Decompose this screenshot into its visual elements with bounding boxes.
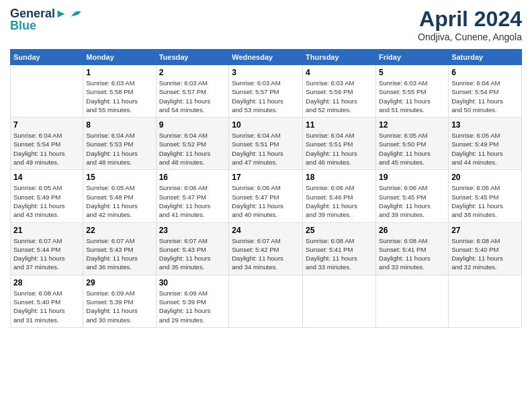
calendar-cell: 10Sunrise: 6:04 AMSunset: 5:51 PMDayligh… [229,118,303,170]
day-number: 18 [306,173,373,182]
day-info: Sunrise: 6:03 AMSunset: 5:55 PMDaylight:… [379,79,445,114]
header-row: Sunday Monday Tuesday Wednesday Thursday… [11,50,522,65]
calendar-cell: 18Sunrise: 6:06 AMSunset: 5:46 PMDayligh… [303,170,376,222]
header: General► Blue April 2024 Ondjiva, Cunene… [10,7,522,42]
day-info: Sunrise: 6:05 AMSunset: 5:48 PMDaylight:… [86,183,152,219]
day-number: 3 [232,68,300,77]
calendar-cell: 7Sunrise: 6:04 AMSunset: 5:54 PMDaylight… [11,118,83,170]
day-info: Sunrise: 6:04 AMSunset: 5:51 PMDaylight:… [232,131,300,167]
calendar-cell: 15Sunrise: 6:05 AMSunset: 5:48 PMDayligh… [83,170,156,222]
day-info: Sunrise: 6:05 AMSunset: 5:49 PMDaylight:… [13,183,80,219]
month-title: April 2024 [418,7,522,32]
header-friday: Friday [376,50,449,65]
calendar-cell [449,275,522,327]
header-thursday: Thursday [303,50,376,65]
calendar-cell: 3Sunrise: 6:03 AMSunset: 5:57 PMDaylight… [229,65,303,118]
day-info: Sunrise: 6:05 AMSunset: 5:49 PMDaylight:… [451,131,519,167]
day-info: Sunrise: 6:04 AMSunset: 5:53 PMDaylight:… [86,131,152,167]
day-info: Sunrise: 6:05 AMSunset: 5:50 PMDaylight:… [379,131,445,167]
calendar-cell: 25Sunrise: 6:08 AMSunset: 5:41 PMDayligh… [303,222,376,275]
calendar-cell: 27Sunrise: 6:08 AMSunset: 5:40 PMDayligh… [449,222,522,275]
day-number: 7 [13,120,80,130]
day-number: 10 [232,120,300,130]
day-number: 26 [379,226,445,235]
calendar-cell: 29Sunrise: 6:09 AMSunset: 5:39 PMDayligh… [83,275,156,327]
day-number: 2 [159,68,226,77]
day-number: 12 [379,120,445,130]
calendar-cell: 19Sunrise: 6:06 AMSunset: 5:45 PMDayligh… [376,170,449,222]
calendar-cell: 21Sunrise: 6:07 AMSunset: 5:44 PMDayligh… [11,222,83,275]
calendar-cell: 4Sunrise: 6:03 AMSunset: 5:56 PMDaylight… [303,65,376,118]
calendar-cell: 24Sunrise: 6:07 AMSunset: 5:42 PMDayligh… [229,222,303,275]
calendar-row-4: 21Sunrise: 6:07 AMSunset: 5:44 PMDayligh… [11,222,522,275]
calendar-cell: 20Sunrise: 6:06 AMSunset: 5:45 PMDayligh… [449,170,522,222]
day-number: 13 [451,120,519,130]
header-saturday: Saturday [449,50,522,65]
day-number: 23 [159,226,226,235]
day-info: Sunrise: 6:06 AMSunset: 5:46 PMDaylight:… [306,183,373,219]
day-number: 11 [306,120,373,130]
day-info: Sunrise: 6:08 AMSunset: 5:41 PMDaylight:… [306,236,373,272]
day-number: 29 [86,278,152,287]
calendar-row-2: 7Sunrise: 6:04 AMSunset: 5:54 PMDaylight… [11,118,522,170]
day-number: 4 [306,68,373,77]
header-tuesday: Tuesday [156,50,229,65]
calendar-cell: 16Sunrise: 6:06 AMSunset: 5:47 PMDayligh… [156,170,229,222]
logo: General► Blue [10,7,83,33]
logo-icon [69,7,83,21]
main-container: General► Blue April 2024 Ondjiva, Cunene… [0,0,532,334]
calendar-cell: 22Sunrise: 6:07 AMSunset: 5:43 PMDayligh… [83,222,156,275]
calendar-cell [229,275,303,327]
day-number: 21 [13,226,80,235]
day-info: Sunrise: 6:06 AMSunset: 5:45 PMDaylight:… [379,183,445,219]
day-info: Sunrise: 6:08 AMSunset: 5:40 PMDaylight:… [13,289,80,324]
day-info: Sunrise: 6:03 AMSunset: 5:57 PMDaylight:… [159,79,226,114]
day-number: 25 [306,226,373,235]
day-info: Sunrise: 6:04 AMSunset: 5:54 PMDaylight:… [13,131,80,167]
day-info: Sunrise: 6:04 AMSunset: 5:54 PMDaylight:… [451,79,519,114]
day-number: 15 [86,173,152,182]
day-info: Sunrise: 6:07 AMSunset: 5:43 PMDaylight:… [86,236,152,272]
day-number: 9 [159,120,226,130]
calendar-cell: 1Sunrise: 6:03 AMSunset: 5:58 PMDaylight… [83,65,156,118]
calendar-row-3: 14Sunrise: 6:05 AMSunset: 5:49 PMDayligh… [11,170,522,222]
day-number: 24 [232,226,300,235]
day-info: Sunrise: 6:07 AMSunset: 5:43 PMDaylight:… [159,236,226,272]
calendar-cell [376,275,449,327]
calendar-cell: 8Sunrise: 6:04 AMSunset: 5:53 PMDaylight… [83,118,156,170]
calendar-row-1: 1Sunrise: 6:03 AMSunset: 5:58 PMDaylight… [11,65,522,118]
header-sunday: Sunday [11,50,83,65]
day-number: 19 [379,173,445,182]
day-number: 6 [451,68,519,77]
day-info: Sunrise: 6:06 AMSunset: 5:47 PMDaylight:… [232,183,300,219]
calendar-table: Sunday Monday Tuesday Wednesday Thursday… [10,49,522,328]
day-info: Sunrise: 6:08 AMSunset: 5:41 PMDaylight:… [379,236,445,272]
calendar-row-5: 28Sunrise: 6:08 AMSunset: 5:40 PMDayligh… [11,275,522,327]
day-info: Sunrise: 6:03 AMSunset: 5:56 PMDaylight:… [306,79,373,114]
day-number: 16 [159,173,226,182]
day-info: Sunrise: 6:09 AMSunset: 5:39 PMDaylight:… [86,289,152,324]
day-number: 17 [232,173,300,182]
day-number: 8 [86,120,152,130]
day-number: 5 [379,68,445,77]
calendar-cell: 5Sunrise: 6:03 AMSunset: 5:55 PMDaylight… [376,65,449,118]
day-number: 30 [159,278,226,287]
day-info: Sunrise: 6:09 AMSunset: 5:39 PMDaylight:… [159,289,226,324]
day-number: 1 [86,68,152,77]
day-info: Sunrise: 6:04 AMSunset: 5:51 PMDaylight:… [306,131,373,167]
day-info: Sunrise: 6:07 AMSunset: 5:42 PMDaylight:… [232,236,300,272]
day-info: Sunrise: 6:03 AMSunset: 5:58 PMDaylight:… [86,79,152,114]
calendar-cell: 28Sunrise: 6:08 AMSunset: 5:40 PMDayligh… [11,275,83,327]
day-number: 20 [451,173,519,182]
day-number: 27 [451,226,519,235]
header-wednesday: Wednesday [229,50,303,65]
calendar-cell: 6Sunrise: 6:04 AMSunset: 5:54 PMDaylight… [449,65,522,118]
calendar-cell: 12Sunrise: 6:05 AMSunset: 5:50 PMDayligh… [376,118,449,170]
calendar-cell: 17Sunrise: 6:06 AMSunset: 5:47 PMDayligh… [229,170,303,222]
calendar-cell: 30Sunrise: 6:09 AMSunset: 5:39 PMDayligh… [156,275,229,327]
location-subtitle: Ondjiva, Cunene, Angola [418,32,522,42]
calendar-cell: 14Sunrise: 6:05 AMSunset: 5:49 PMDayligh… [11,170,83,222]
day-info: Sunrise: 6:08 AMSunset: 5:40 PMDaylight:… [451,236,519,272]
calendar-cell: 11Sunrise: 6:04 AMSunset: 5:51 PMDayligh… [303,118,376,170]
day-number: 28 [13,278,80,287]
